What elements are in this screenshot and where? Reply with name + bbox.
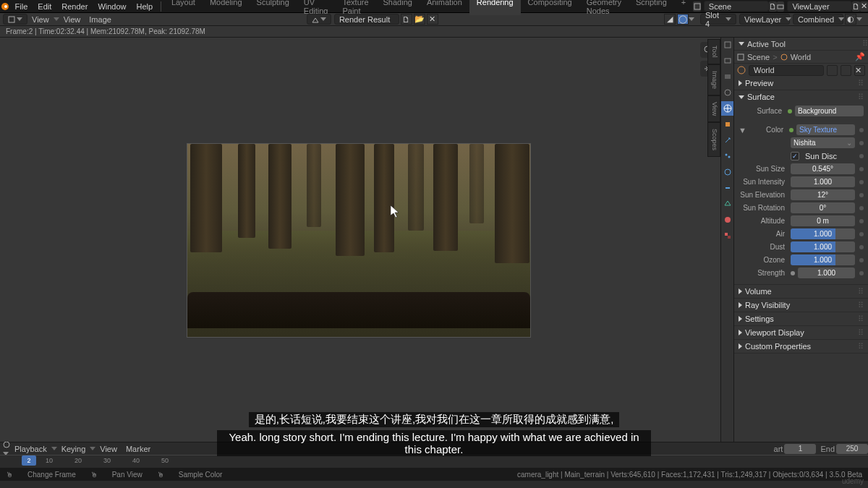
proptab-texture-icon[interactable] [721, 228, 734, 243]
surface-shader-selector[interactable]: Background [795, 106, 864, 116]
proptab-output-icon[interactable] [721, 53, 734, 68]
sidetab-image[interactable]: Image [707, 64, 720, 95]
panel-customprops[interactable]: Custom Properties⠿ [734, 340, 868, 353]
pin-icon[interactable]: 📌 [855, 52, 865, 61]
scene-icon[interactable] [693, 1, 701, 12]
svg-point-21 [781, 54, 787, 60]
tab-layout[interactable]: Layout [164, 0, 203, 15]
panel-viewport[interactable]: Viewport Display⠿ [734, 326, 868, 339]
svg-marker-5 [312, 18, 318, 22]
tab-rendering[interactable]: Rendering [469, 0, 521, 15]
tab-compositing[interactable]: Compositing [521, 0, 579, 15]
sun-size-field[interactable]: 0.545° [791, 163, 855, 174]
proptab-world-icon[interactable] [721, 101, 734, 116]
editor-type-selector[interactable] [3, 14, 27, 25]
sun-rotation-field[interactable]: 0° [791, 202, 855, 213]
bc-world[interactable]: World [791, 53, 812, 61]
world-name-field[interactable]: World [749, 65, 824, 76]
tab-animation[interactable]: Animation [420, 0, 469, 15]
panel-preview[interactable]: Preview⠿ [734, 77, 868, 90]
altitude-field[interactable]: 0 m [791, 215, 855, 226]
pass-selector[interactable]: Combined [793, 14, 843, 25]
tab-add[interactable]: + [674, 0, 693, 15]
bc-scene[interactable]: Scene [747, 53, 770, 61]
sun-disc-checkbox[interactable] [791, 152, 799, 160]
sidetab-view[interactable]: View [707, 95, 720, 122]
tab-geonodes[interactable]: Geometry Nodes [579, 0, 629, 15]
proptab-material-icon[interactable] [721, 213, 734, 227]
ie-menu-image[interactable]: Image [85, 15, 116, 24]
pivot-icon[interactable]: ◢ [664, 14, 676, 25]
slot-selector[interactable]: Slot 4 [700, 14, 736, 25]
menu-window[interactable]: Window [93, 2, 131, 11]
unlink-image-icon[interactable]: ✕ [427, 14, 438, 25]
world-datablock-icon[interactable] [737, 66, 746, 74]
new-image-icon[interactable]: 📂 [414, 14, 425, 25]
proptab-constraint-icon[interactable] [721, 181, 734, 195]
tl-marker[interactable]: Marker [122, 445, 155, 453]
snap-icon[interactable]: ◯ [677, 14, 689, 25]
viewlayer-icon[interactable] [777, 1, 785, 12]
ie-menu-view1[interactable]: View [27, 15, 54, 24]
unlink-world-btn[interactable]: ✕ [854, 65, 865, 76]
scene-new-icon[interactable]: 🗋 [769, 1, 777, 12]
tab-scripting[interactable]: Scripting [629, 0, 674, 15]
sky-type-selector[interactable]: Nishita⌄ [791, 137, 855, 148]
tl-start-field[interactable]: 1 [784, 444, 816, 454]
proptab-object-icon[interactable] [721, 117, 734, 132]
blender-logo-icon [0, 0, 10, 13]
fake-user-icon[interactable]: 🗋 [401, 14, 412, 25]
sidetab-tool[interactable]: Tool [707, 39, 720, 64]
tl-end-field[interactable]: 250 [836, 444, 868, 454]
svg-rect-4 [9, 17, 14, 22]
tab-sculpting[interactable]: Sculpting [250, 0, 297, 15]
fake-user-btn[interactable] [827, 65, 838, 76]
viewlayer-new-icon[interactable]: 🗋 [852, 1, 860, 12]
sun-elevation-field[interactable]: 12° [791, 189, 855, 200]
menu-edit[interactable]: Edit [33, 2, 56, 11]
tl-keying[interactable]: Keying [57, 445, 90, 453]
menu-render[interactable]: Render [56, 2, 93, 11]
proptab-modifier-icon[interactable] [721, 133, 734, 147]
panel-surface[interactable]: Surface⠿ [734, 90, 868, 103]
color-texture-selector[interactable]: Sky Texture [796, 124, 855, 135]
proptab-viewlayer-icon[interactable] [721, 69, 734, 84]
ie-menu-view2[interactable]: View [59, 15, 85, 24]
dust-field[interactable]: 1.000 [791, 241, 855, 252]
playhead[interactable]: 2 [22, 455, 36, 466]
proptab-particle-icon[interactable] [721, 149, 734, 163]
menu-help[interactable]: Help [132, 2, 158, 11]
panel-volume[interactable]: Volume⠿ [734, 285, 868, 298]
tab-modeling[interactable]: Modeling [203, 0, 250, 15]
image-name-field[interactable]: Render Result [334, 14, 399, 25]
tab-uvediting[interactable]: UV Editing [297, 0, 336, 15]
sidetab-scopes[interactable]: Scopes [707, 122, 720, 157]
tl-view[interactable]: View [95, 445, 122, 453]
proptab-data-icon[interactable] [721, 197, 734, 211]
layer-selector[interactable]: ViewLayer [739, 14, 790, 25]
image-editor-viewport[interactable]: Tool Image View Scopes [0, 38, 720, 442]
lbl-alt: Altitude [739, 217, 788, 225]
channel-rgba-icon[interactable]: ◐ [845, 14, 856, 25]
tab-texturepaint[interactable]: Texture Paint [335, 0, 375, 15]
lbl-air: Air [739, 230, 788, 238]
svg-point-23 [4, 442, 9, 448]
tl-playback[interactable]: Playback [10, 445, 51, 453]
viewlayer-selector[interactable]: ViewLayer [787, 1, 852, 12]
air-field[interactable]: 1.000 [791, 228, 855, 239]
ozone-field[interactable]: 1.000 [791, 254, 855, 265]
proptab-render-icon[interactable] [721, 38, 734, 52]
proptab-physics-icon[interactable] [721, 165, 734, 179]
sun-intensity-field[interactable]: 1.000 [791, 176, 855, 187]
mouse-left-icon: 🖱 [6, 471, 13, 479]
tab-shading[interactable]: Shading [376, 0, 420, 15]
panel-rayvis[interactable]: Ray Visibility⠿ [734, 299, 868, 312]
panel-settings[interactable]: Settings⠿ [734, 312, 868, 325]
svg-rect-12 [726, 122, 730, 127]
proptab-scene-icon[interactable] [721, 85, 734, 100]
viewlayer-delete-icon[interactable]: ✕ [860, 1, 868, 12]
strength-field[interactable]: 1.000 [798, 267, 855, 278]
image-picker-icon[interactable] [307, 14, 331, 25]
menu-file[interactable]: File [10, 2, 33, 11]
new-world-btn[interactable] [841, 65, 851, 76]
